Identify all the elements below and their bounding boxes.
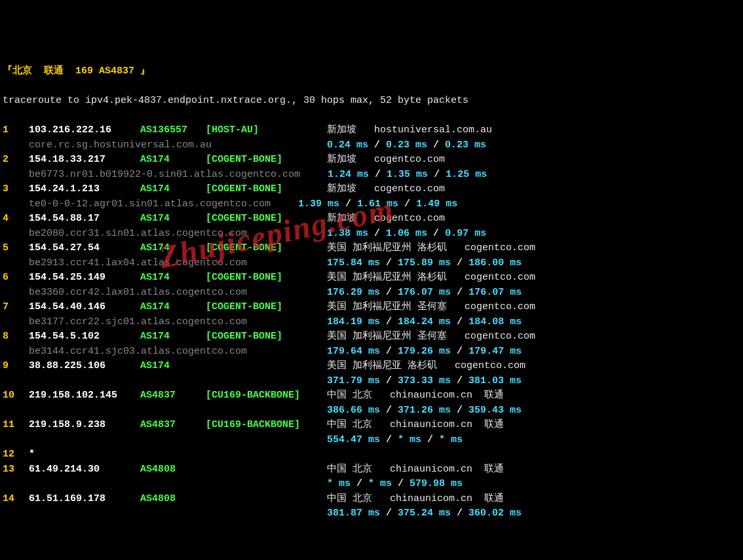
hop-row-detail: be2913.ccr41.lax04.atlas.cogentco.com175…	[3, 256, 740, 271]
hop-location: 中国 北京	[327, 390, 372, 401]
hop-row: 7154.54.40.146AS174[COGENT-BONE]美国 加利福尼亚…	[3, 300, 740, 315]
hop-rdns: te0-0-0-12.agr01.sin01.atlas.cogentco.co…	[3, 197, 271, 212]
hop-row: 1461.51.169.178AS4808中国 北京 chinaunicom.c…	[3, 492, 740, 507]
hop-host: cogentco.com	[374, 213, 445, 224]
hop-number: 12	[3, 447, 29, 462]
hop-number: 8	[3, 329, 29, 345]
hop-ip: *	[29, 447, 140, 462]
hop-location: 美国 加利福尼亚州 洛杉矶	[327, 272, 447, 283]
hop-org: [COGENT-BONE]	[206, 329, 327, 345]
hop-ip: 61.51.169.178	[29, 492, 140, 507]
hop-rdns: be3360.ccr42.lax01.atlas.cogentco.com	[3, 286, 247, 301]
hop-host: cogentco.com	[455, 360, 525, 371]
hop-number: 6	[3, 271, 29, 286]
hop-asn: AS4837	[140, 388, 206, 403]
hop-host: cogentco.com	[465, 301, 535, 312]
hop-org: [CU169-BACKBONE]	[206, 418, 327, 433]
hop-location: 美国 加利福尼亚 洛杉矶	[327, 360, 437, 371]
hop-row: 4154.54.88.17AS174[COGENT-BONE]新加坡 cogen…	[3, 212, 740, 227]
hop-location: 美国 加利福尼亚州 圣何塞	[327, 331, 447, 342]
hop-times: 0.24 ms / 0.23 ms / 0.23 ms	[327, 140, 486, 151]
hop-number: 14	[3, 492, 29, 507]
hop-org: [HOST-AU]	[206, 123, 327, 138]
traceroute-command: traceroute to ipv4.pek-4837.endpoint.nxt…	[3, 94, 740, 109]
hop-row: 6154.54.25.149AS174[COGENT-BONE]美国 加利福尼亚…	[3, 271, 740, 286]
hop-times: 184.19 ms / 184.24 ms / 184.08 ms	[327, 316, 522, 327]
hop-org: [COGENT-BONE]	[206, 212, 327, 227]
hop-row: 1103.216.222.16AS136557[HOST-AU]新加坡 host…	[3, 123, 740, 138]
hop-location: 新加坡	[327, 183, 356, 195]
hops-container: 1103.216.222.16AS136557[HOST-AU]新加坡 host…	[3, 123, 740, 521]
hop-location: 美国 加利福尼亚州 圣何塞	[327, 301, 447, 312]
hop-ip: 154.54.27.54	[29, 241, 140, 256]
hop-row: 1361.49.214.30AS4808中国 北京 chinaunicom.cn…	[3, 462, 740, 477]
hop-number: 9	[3, 359, 29, 374]
hop-row-detail: * ms / * ms / 579.98 ms	[3, 477, 740, 492]
hop-ip: 38.88.225.106	[29, 359, 140, 374]
hop-ip: 154.18.33.217	[29, 153, 140, 168]
hop-number: 1	[3, 123, 29, 138]
hop-asn: AS174	[140, 241, 206, 256]
hop-row-detail: be2080.ccr31.sin01.atlas.cogentco.com1.3…	[3, 227, 740, 242]
hop-org: [COGENT-BONE]	[206, 153, 327, 168]
hop-location: 新加坡	[327, 154, 356, 165]
hop-org: [COGENT-BONE]	[206, 241, 327, 256]
hop-rdns: be3144.ccr41.sjc03.atlas.cogentco.com	[3, 345, 247, 360]
hop-rdns: core.rc.sg.hostuniversal.com.au	[3, 138, 212, 153]
hop-asn: AS4808	[140, 492, 206, 507]
hop-location: 中国 北京	[327, 419, 372, 430]
hop-asn: AS174	[140, 153, 206, 168]
hop-times: 554.47 ms / * ms / * ms	[327, 434, 463, 445]
hop-number: 11	[3, 418, 29, 433]
hop-rdns: be2913.ccr41.lax04.atlas.cogentco.com	[3, 256, 247, 271]
hop-times: 175.84 ms / 175.89 ms / 186.00 ms	[327, 257, 522, 269]
hop-ip: 219.158.9.238	[29, 418, 140, 433]
hop-host: cogentco.com	[465, 242, 535, 253]
hop-host: hostuniversal.com.au	[374, 124, 492, 136]
hop-number: 13	[3, 462, 29, 477]
hop-row-detail: be3144.ccr41.sjc03.atlas.cogentco.com179…	[3, 345, 740, 360]
hop-number: 3	[3, 182, 29, 197]
hop-rdns: be2080.ccr31.sin01.atlas.cogentco.com	[3, 227, 247, 242]
hop-ip: 154.24.1.213	[29, 182, 140, 197]
hop-ip: 154.54.25.149	[29, 271, 140, 286]
hop-times: 381.87 ms / 375.24 ms / 360.02 ms	[327, 508, 522, 519]
hop-ip: 103.216.222.16	[29, 123, 140, 138]
hop-row-detail: 554.47 ms / * ms / * ms	[3, 433, 740, 448]
hop-row-detail: 386.66 ms / 371.26 ms / 359.43 ms	[3, 403, 740, 419]
hop-row: 10219.158.102.145AS4837[CU169-BACKBONE]中…	[3, 388, 740, 403]
hop-host: chinaunicom.cn 联通	[390, 493, 504, 504]
hop-row-detail: be3177.ccr22.sjc01.atlas.cogentco.com184…	[3, 315, 740, 330]
hop-ip: 154.54.88.17	[29, 212, 140, 227]
hop-times: 386.66 ms / 371.26 ms / 359.43 ms	[327, 405, 522, 416]
hop-row-detail: be6773.nr01.b019922-0.sin01.atlas.cogent…	[3, 168, 740, 183]
hop-times: 176.29 ms / 176.07 ms / 176.07 ms	[327, 287, 522, 298]
hop-host: cogentco.com	[465, 272, 535, 283]
hop-org: [COGENT-BONE]	[206, 300, 327, 315]
hop-row-detail: 371.79 ms / 373.33 ms / 381.03 ms	[3, 374, 740, 389]
hop-asn: AS174	[140, 271, 206, 286]
hop-ip: 61.49.214.30	[29, 462, 140, 477]
hop-row: 8154.54.5.102AS174[COGENT-BONE]美国 加利福尼亚州…	[3, 329, 740, 345]
hop-rdns: be3177.ccr22.sjc01.atlas.cogentco.com	[3, 315, 247, 330]
hop-org: [COGENT-BONE]	[206, 271, 327, 286]
hop-host: cogentco.com	[374, 183, 445, 195]
hop-row-detail: te0-0-0-12.agr01.sin01.atlas.cogentco.co…	[3, 197, 740, 212]
hop-row: 938.88.225.106AS174美国 加利福尼亚 洛杉矶 cogentco…	[3, 359, 740, 374]
hop-asn: AS174	[140, 212, 206, 227]
hop-asn: AS4837	[140, 418, 206, 433]
hop-row-detail: core.rc.sg.hostuniversal.com.au0.24 ms /…	[3, 138, 740, 153]
hop-ip: 154.54.5.102	[29, 329, 140, 345]
hop-times: 371.79 ms / 373.33 ms / 381.03 ms	[327, 375, 522, 386]
hop-asn: AS136557	[140, 123, 206, 138]
hop-org: [COGENT-BONE]	[206, 182, 327, 197]
hop-times: 1.38 ms / 1.06 ms / 0.97 ms	[327, 228, 486, 239]
hop-host: chinaunicom.cn 联通	[390, 419, 504, 430]
hop-asn: AS174	[140, 300, 206, 315]
hop-ip: 154.54.40.146	[29, 300, 140, 315]
hop-number: 7	[3, 300, 29, 315]
hop-location: 中国 北京	[327, 464, 372, 475]
hop-location: 美国 加利福尼亚州 洛杉矶	[327, 242, 447, 253]
hop-row: 11219.158.9.238AS4837[CU169-BACKBONE]中国 …	[3, 418, 740, 433]
hop-row: 2154.18.33.217AS174[COGENT-BONE]新加坡 coge…	[3, 153, 740, 168]
